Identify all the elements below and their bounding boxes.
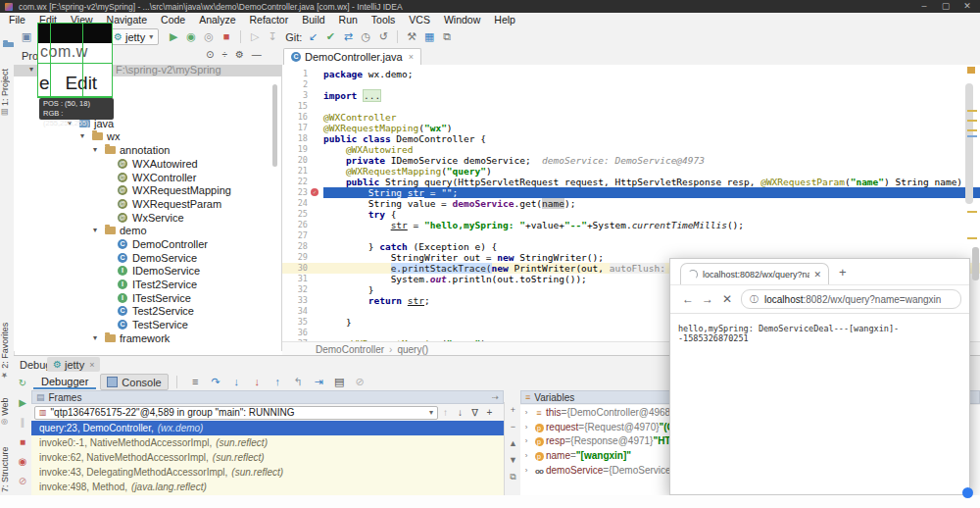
expand-icon[interactable]: › xyxy=(520,423,532,432)
forward-icon[interactable]: → xyxy=(698,292,717,306)
run-configuration-select[interactable]: ⚙ jetty ▾ xyxy=(108,28,159,45)
add-icon[interactable]: + xyxy=(482,407,497,418)
step-out-icon[interactable]: ↑ xyxy=(268,376,288,388)
update-project-icon[interactable]: ↙ xyxy=(304,29,321,44)
tab-console[interactable]: Console xyxy=(100,374,168,390)
frame-row[interactable]: query:23, DemoController,(wx.demo) xyxy=(31,421,504,435)
mute-breakpoints-icon[interactable]: ⊘ xyxy=(19,473,26,492)
menu-item-tools[interactable]: Tools xyxy=(365,14,403,25)
copy-settings-icon[interactable]: ⧉ xyxy=(438,29,456,44)
move-down-icon[interactable]: ▼ xyxy=(509,452,517,469)
commit-icon[interactable]: ✔ xyxy=(321,29,339,44)
editor-scrollbar[interactable] xyxy=(965,83,973,204)
stop-icon[interactable]: ■ xyxy=(20,433,25,453)
tree-item-wxservice[interactable]: @WxService xyxy=(14,211,281,225)
hide-icon[interactable]: — xyxy=(252,49,262,60)
maximize-button[interactable]: ▢ xyxy=(935,0,956,13)
run-to-cursor-icon[interactable]: ⇥ xyxy=(309,376,329,388)
expand-icon[interactable]: › xyxy=(520,408,532,417)
run-icon[interactable]: ▶ xyxy=(165,29,182,44)
project-structure-icon[interactable]: ▦ xyxy=(420,29,438,44)
tree-item-wxcontroller[interactable]: @WXController xyxy=(14,171,281,184)
tree-expand-icon[interactable]: ▾ xyxy=(93,226,97,234)
frame-row[interactable]: invoke:498, Method,(java.lang.reflect) xyxy=(31,480,504,494)
frame-down-icon[interactable]: ↓ xyxy=(453,407,467,418)
minimize-button[interactable]: – xyxy=(913,0,935,13)
breadcrumb-class[interactable]: DemoController xyxy=(316,344,384,355)
tree-expand-icon[interactable]: ▾ xyxy=(93,145,97,154)
expand-icon[interactable]: › xyxy=(520,451,532,460)
frame-row[interactable]: invoke:43, DelegatingMethodAccessorImpl,… xyxy=(31,465,504,480)
menu-item-vcs[interactable]: VCS xyxy=(402,14,437,25)
show-execution-point-icon[interactable]: ≡ xyxy=(185,376,206,388)
close-tab-icon[interactable]: ✕ xyxy=(813,270,821,279)
tree-item-annotation[interactable]: ▾annotation xyxy=(14,143,281,157)
remove-watch-icon[interactable]: − xyxy=(511,419,515,435)
filter-icon[interactable]: ∇ xyxy=(467,407,482,418)
expand-icon[interactable]: › xyxy=(520,466,532,475)
tree-item-test2service[interactable]: CTest2Service xyxy=(14,304,281,318)
profiler-icon[interactable]: ▷ xyxy=(246,29,264,44)
tree-item-wxrequestmapping[interactable]: @WXRequestMapping xyxy=(14,183,281,197)
address-bar[interactable]: ⓘ localhost:8082/wx/query?name=wangxin xyxy=(741,289,961,309)
move-up-icon[interactable]: ▲ xyxy=(509,435,517,452)
tree-item-idemoservice[interactable]: IIDemoService xyxy=(14,264,281,278)
history-icon[interactable]: ◷ xyxy=(357,29,374,44)
frame-up-icon[interactable]: ↑ xyxy=(438,407,453,418)
locate-icon[interactable]: ⊙ xyxy=(206,49,214,60)
step-into-icon[interactable]: ↓ xyxy=(226,376,247,388)
browser-tab[interactable]: localhost:8082/wx/query?nam ✕ xyxy=(680,263,829,284)
wrench-icon[interactable]: ⚒ xyxy=(403,29,420,44)
pause-icon[interactable]: ∥ xyxy=(21,414,25,433)
new-tab-button[interactable]: + xyxy=(839,265,847,279)
tree-expand-icon[interactable]: ▾ xyxy=(93,333,97,342)
tree-expand-icon[interactable]: ▾ xyxy=(29,65,33,74)
close-session-icon[interactable]: × xyxy=(89,360,94,370)
tree-item-wxautowired[interactable]: @WXAutowired xyxy=(14,157,281,171)
project-scrollbar[interactable] xyxy=(272,84,277,167)
copy-icon[interactable]: ⧉ xyxy=(510,469,515,485)
menu-item-window[interactable]: Window xyxy=(437,14,487,25)
rerun-icon[interactable]: ↻ xyxy=(19,375,26,394)
breakpoint-icon[interactable]: ✓ xyxy=(311,188,318,196)
view-breakpoints-icon[interactable]: ◉ xyxy=(19,453,27,473)
editor-tab-democontroller[interactable]: C DemoController.java × xyxy=(283,48,421,65)
tree-item-wx[interactable]: ▾wx xyxy=(14,129,281,143)
menu-item-refactor[interactable]: Refactor xyxy=(243,14,296,25)
close-button[interactable]: ✕ xyxy=(956,0,978,13)
scrollbar-thumb[interactable] xyxy=(972,247,979,280)
debug-session-tab[interactable]: ⚙ jetty × xyxy=(47,357,100,372)
tree-item-democontroller[interactable]: CDemoController xyxy=(14,237,281,251)
close-tab-icon[interactable]: × xyxy=(409,52,414,62)
tree-item-itestservice[interactable]: IITestService xyxy=(14,291,281,305)
menu-item-build[interactable]: Build xyxy=(295,14,331,25)
browser-window[interactable]: localhost:8082/wx/query?nam ✕ + ← → ✕ ⓘ … xyxy=(669,258,970,495)
tab-debugger[interactable]: Debugger xyxy=(33,376,96,389)
menu-item-run[interactable]: Run xyxy=(332,14,365,25)
save-all-icon[interactable]: ▣ xyxy=(18,29,35,44)
site-info-icon[interactable]: ⓘ xyxy=(750,293,759,306)
tree-expand-icon[interactable]: ▾ xyxy=(80,131,84,140)
collapse-all-icon[interactable]: ÷ xyxy=(221,49,227,60)
step-over-icon[interactable]: ↷ xyxy=(206,376,226,388)
debug-icon[interactable]: ◉ xyxy=(182,29,200,44)
resume-icon[interactable]: ▶ xyxy=(19,394,26,414)
view-breakpoints-icon[interactable]: ▤ xyxy=(329,376,350,388)
frame-row[interactable]: invoke0:-1, NativeMethodAccessorImpl,(su… xyxy=(31,435,504,450)
tree-item-demoservice[interactable]: CDemoService xyxy=(14,251,281,265)
back-icon[interactable]: ← xyxy=(678,292,698,306)
stop-icon[interactable]: ✕ xyxy=(717,292,737,306)
menu-item-code[interactable]: Code xyxy=(154,14,192,25)
menu-item-analyze[interactable]: Analyze xyxy=(192,14,242,25)
force-step-into-icon[interactable]: ↓ xyxy=(247,376,268,388)
menu-item-file[interactable]: File xyxy=(2,14,32,25)
add-watch-icon[interactable]: + xyxy=(511,402,515,419)
coverage-icon[interactable]: ◎ xyxy=(200,29,218,44)
thread-dropdown[interactable]: ▥ "qtp1364765175-22"@4,589 in group "mai… xyxy=(34,406,438,420)
expand-icon[interactable]: › xyxy=(520,436,532,445)
attach-icon[interactable]: ↧ xyxy=(264,29,281,44)
settings-icon[interactable]: ⚙ xyxy=(235,49,244,60)
frames-list[interactable]: query:23, DemoController,(wx.demo)invoke… xyxy=(31,421,504,495)
menu-item-help[interactable]: Help xyxy=(487,14,522,25)
tree-item-framework[interactable]: ▾framework xyxy=(14,331,281,345)
